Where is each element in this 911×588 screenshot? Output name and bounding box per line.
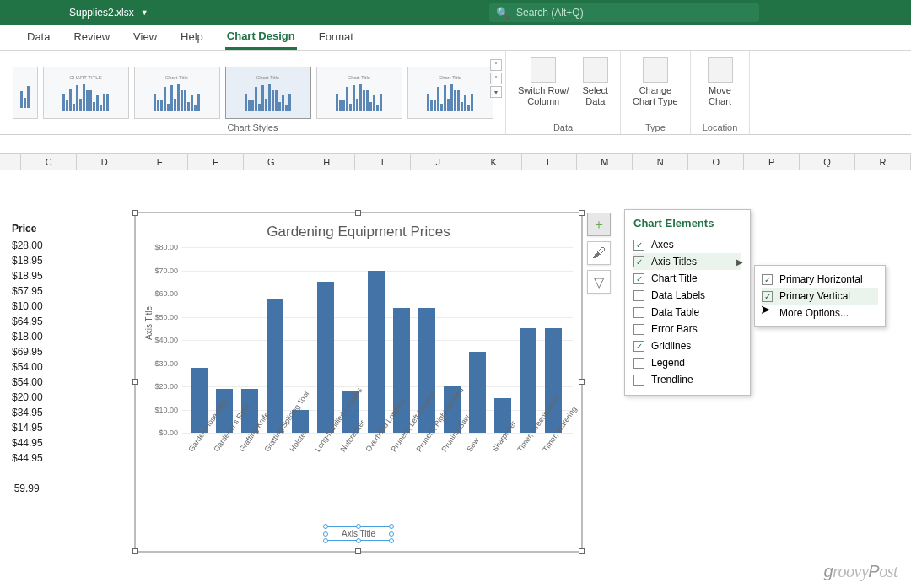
col-head[interactable]: K xyxy=(466,154,522,170)
cell[interactable]: $34.95 xyxy=(12,407,43,422)
col-head[interactable]: F xyxy=(188,154,244,170)
cell[interactable]: $18.00 xyxy=(12,331,43,346)
cell[interactable]: $10.00 xyxy=(12,300,43,316)
resize-handle[interactable] xyxy=(132,548,138,554)
chart-filters-button[interactable]: ▽ xyxy=(587,270,611,294)
select-all-corner[interactable] xyxy=(0,154,21,170)
resize-handle[interactable] xyxy=(132,210,138,216)
chevron-down-icon[interactable]: ▼ xyxy=(141,8,148,17)
col-head[interactable]: M xyxy=(577,154,633,170)
style-thumb-2[interactable]: Chart Title xyxy=(134,67,220,119)
cell[interactable]: $20.00 xyxy=(12,391,43,407)
col-head[interactable]: P xyxy=(744,154,800,170)
down-icon[interactable]: ˅ xyxy=(490,73,502,84)
cell[interactable]: 59.99 xyxy=(12,483,43,498)
chart-title[interactable]: Gardening Equipment Prices xyxy=(136,224,581,240)
col-head[interactable]: O xyxy=(688,154,744,170)
checkbox-icon[interactable] xyxy=(633,375,644,386)
embedded-chart[interactable]: Gardening Equipment Prices Axis Title $0… xyxy=(135,213,582,552)
style-thumb-5[interactable]: Chart Title xyxy=(407,67,493,119)
chart-element-item[interactable]: Trendline xyxy=(633,371,741,388)
bar[interactable] xyxy=(520,328,536,433)
cell[interactable]: $54.00 xyxy=(12,361,43,376)
chart-element-item[interactable]: ✓Axis Titles▶ xyxy=(633,253,741,270)
cell[interactable]: $14.95 xyxy=(12,422,43,437)
bar[interactable] xyxy=(267,299,283,433)
col-head[interactable]: N xyxy=(633,154,688,170)
cell[interactable]: $28.00 xyxy=(12,240,43,255)
chart-elements-button[interactable]: ＋ xyxy=(587,213,611,236)
chart-styles-button[interactable]: 🖌 xyxy=(587,241,611,265)
cell[interactable]: $54.00 xyxy=(12,376,43,391)
col-head[interactable]: J xyxy=(411,154,466,170)
tab-chart-design[interactable]: Chart Design xyxy=(225,26,297,50)
bar[interactable] xyxy=(469,352,486,433)
chart-element-item[interactable]: Data Labels xyxy=(633,287,741,304)
tab-format[interactable]: Format xyxy=(317,27,355,48)
col-head[interactable]: R xyxy=(855,154,911,170)
checkbox-icon[interactable] xyxy=(633,290,644,301)
checkbox-icon[interactable]: ✓ xyxy=(633,273,644,284)
tab-review[interactable]: Review xyxy=(72,27,111,48)
search-input[interactable]: 🔍 Search (Alt+Q) xyxy=(489,3,759,22)
y-axis-title[interactable]: Axis Title xyxy=(144,306,154,340)
chart-element-item[interactable]: Data Table xyxy=(633,304,741,321)
checkbox-icon[interactable]: ✓ xyxy=(633,256,644,267)
tab-data[interactable]: Data xyxy=(25,27,51,48)
bar[interactable] xyxy=(317,282,334,433)
resize-handle[interactable] xyxy=(579,548,585,554)
col-head[interactable]: D xyxy=(77,154,132,170)
chart-element-item[interactable]: ✓Chart Title xyxy=(633,270,741,287)
col-head[interactable]: L xyxy=(522,154,578,170)
checkbox-icon[interactable]: ✓ xyxy=(762,291,773,302)
change-chart-type-button[interactable]: Change Chart Type xyxy=(633,57,678,106)
formula-bar[interactable] xyxy=(0,135,911,154)
checkbox-icon[interactable] xyxy=(633,358,644,369)
style-thumb-partial[interactable] xyxy=(13,67,38,119)
checkbox-icon[interactable]: ✓ xyxy=(633,240,644,251)
bar[interactable] xyxy=(368,271,385,433)
chart-element-item[interactable]: Legend xyxy=(633,354,741,371)
cell[interactable]: $18.95 xyxy=(12,270,43,285)
cell[interactable]: $18.95 xyxy=(12,255,43,270)
checkbox-icon[interactable] xyxy=(633,324,644,335)
axis-titles-sub-item[interactable]: ✓Primary Horizontal xyxy=(762,271,878,288)
col-head[interactable]: G xyxy=(244,154,299,170)
checkbox-icon[interactable]: ✓ xyxy=(762,274,773,285)
col-head[interactable]: C xyxy=(21,154,77,170)
chart-element-item[interactable]: ✓Gridlines xyxy=(633,337,741,354)
style-thumb-4[interactable]: Chart Title xyxy=(316,67,402,119)
cell[interactable]: $44.95 xyxy=(12,437,43,452)
resize-handle[interactable] xyxy=(355,548,361,554)
style-thumb-3-active[interactable]: Chart Title xyxy=(225,67,311,119)
cell[interactable]: $64.95 xyxy=(12,316,43,331)
axis-titles-sub-item[interactable]: ✓Primary Vertical xyxy=(762,288,878,305)
resize-handle[interactable] xyxy=(579,210,585,216)
axis-titles-sub-item[interactable]: More Options... xyxy=(762,305,878,321)
col-head[interactable]: H xyxy=(299,154,355,170)
resize-handle[interactable] xyxy=(355,210,361,216)
gallery-scroll[interactable]: ˄˅▾ xyxy=(490,59,502,98)
col-head[interactable]: E xyxy=(132,154,188,170)
chart-element-item[interactable]: ✓Axes xyxy=(633,236,741,253)
checkbox-icon[interactable] xyxy=(633,307,644,318)
x-axis-title-selected[interactable]: Axis Title xyxy=(326,526,391,541)
resize-handle[interactable] xyxy=(132,379,138,385)
tab-view[interactable]: View xyxy=(132,27,159,48)
cell[interactable] xyxy=(12,467,43,483)
col-head[interactable]: Q xyxy=(800,154,855,170)
plot-area[interactable]: $0.00$10.00$20.00$30.00$40.00$50.00$60.0… xyxy=(182,247,573,433)
chart-element-item[interactable]: Error Bars xyxy=(633,321,741,337)
switch-row-column-button[interactable]: Switch Row/ Column xyxy=(518,57,569,106)
cell[interactable]: $44.95 xyxy=(12,452,43,467)
col-head[interactable]: I xyxy=(355,154,411,170)
resize-handle[interactable] xyxy=(579,379,585,385)
tab-help[interactable]: Help xyxy=(179,27,205,48)
x-axis[interactable]: Garden Hose (50')Gardener's RakeGrafting… xyxy=(191,433,573,515)
up-icon[interactable]: ˄ xyxy=(490,59,502,71)
checkbox-icon[interactable]: ✓ xyxy=(633,341,644,352)
file-name[interactable]: Supplies2.xlsx ▼ xyxy=(69,7,148,19)
more-icon[interactable]: ▾ xyxy=(490,86,502,98)
select-data-button[interactable]: Select Data xyxy=(583,57,609,106)
style-thumb-1[interactable]: CHART TITLE xyxy=(43,67,129,119)
